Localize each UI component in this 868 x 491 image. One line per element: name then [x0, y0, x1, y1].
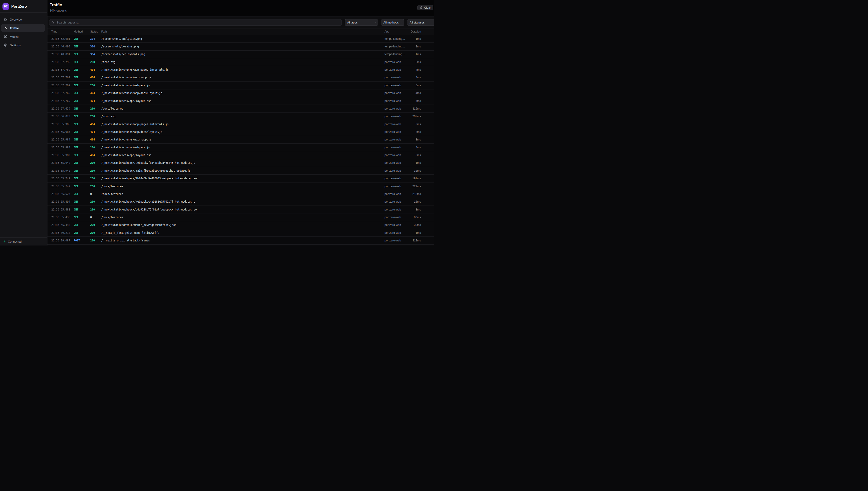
- sidebar-item-mocks[interactable]: Mocks: [1, 33, 45, 40]
- request-path: /icon.svg: [101, 60, 384, 64]
- request-time: 21:33:37.795: [51, 60, 74, 64]
- request-duration: 3ms: [411, 130, 421, 134]
- request-time: 21:33:35.430: [51, 223, 74, 227]
- filter-statuses-select[interactable]: All statuses: [407, 19, 434, 26]
- request-time: 21:33:35.982: [51, 153, 74, 157]
- request-path: /_next/static/chunks/main-app.js: [101, 76, 384, 79]
- request-path: /__nextjs_font/geist-mono-latin.woff2: [101, 231, 384, 234]
- request-app: portzero-web: [384, 84, 411, 87]
- request-path: /_next/static/webpack/webpack.c4a9188e75…: [101, 200, 384, 203]
- request-status: 404: [90, 91, 101, 95]
- request-duration: 30ms: [411, 223, 421, 227]
- filter-apps-select[interactable]: All apps: [345, 19, 378, 26]
- request-row[interactable]: 21:33:09.210 GET 200 /__nextjs_font/geis…: [48, 229, 434, 237]
- request-method: GET: [74, 76, 90, 79]
- request-row[interactable]: 21:33:35.984 GET 404 /_next/static/chunk…: [48, 136, 434, 144]
- request-time: 21:33:09.087: [51, 239, 74, 242]
- request-app: temps-landing…: [384, 37, 411, 40]
- request-row[interactable]: 21:33:35.488 GET 200 /_next/static/webpa…: [48, 206, 434, 213]
- request-path: /_next/static/chunks/app/docs/layout.js: [101, 91, 384, 95]
- request-row[interactable]: 21:33:35.494 GET 200 /_next/static/webpa…: [48, 198, 434, 206]
- request-duration: 3ms: [411, 123, 421, 126]
- sidebar-item-settings[interactable]: Settings: [1, 41, 45, 49]
- request-row[interactable]: 21:33:46.095 GET 304 /screenshots/domain…: [48, 43, 434, 50]
- request-app: portzero-web: [384, 146, 411, 149]
- request-status: 200: [90, 107, 101, 110]
- request-row[interactable]: 21:33:37.769 GET 404 /_next/static/chunk…: [48, 74, 434, 82]
- request-time: 21:33:36.028: [51, 115, 74, 118]
- request-row[interactable]: 21:33:52.081 GET 304 /screenshots/analyt…: [48, 35, 434, 43]
- request-path: /_next/static/chunks/app/docs/layout.js: [101, 130, 384, 134]
- request-time: 21:33:35.942: [51, 161, 74, 165]
- column-header-status: Status: [90, 30, 101, 33]
- request-row[interactable]: 21:33:37.639 GET 200 /docs/features port…: [48, 105, 434, 113]
- request-row[interactable]: 21:33:40.091 GET 304 /screenshots/deploy…: [48, 51, 434, 58]
- app-root: PZ PortZero Overview Traffic Mocks Setti…: [0, 0, 434, 246]
- request-row[interactable]: 21:33:35.982 GET 404 /_next/static/css/a…: [48, 151, 434, 159]
- request-app: portzero-web: [384, 169, 411, 172]
- request-row[interactable]: 21:33:37.769 GET 404 /_next/static/chunk…: [48, 66, 434, 74]
- request-duration: 1ms: [411, 161, 421, 165]
- filter-methods-value: All methods: [383, 21, 399, 24]
- request-duration: 6ms: [411, 84, 421, 87]
- request-duration: 1ms: [411, 53, 421, 56]
- column-header-path: Path: [101, 30, 384, 33]
- request-row[interactable]: 21:33:37.795 GET 200 /icon.svg portzero-…: [48, 58, 434, 66]
- request-row[interactable]: 21:33:37.769 GET 404 /_next/static/css/a…: [48, 97, 434, 105]
- request-status: 304: [90, 45, 101, 48]
- sidebar-item-label: Traffic: [10, 26, 19, 30]
- request-row[interactable]: 21:33:37.769 GET 200 /_next/static/chunk…: [48, 82, 434, 89]
- request-app: portzero-web: [384, 208, 411, 211]
- chevron-up-down-icon: [373, 21, 376, 24]
- request-status: 200: [90, 84, 101, 87]
- request-app: portzero-web: [384, 76, 411, 79]
- request-row[interactable]: 21:33:35.436 GET 0 /docs/features portze…: [48, 213, 434, 221]
- brand-name: PortZero: [11, 4, 27, 8]
- request-row[interactable]: 21:33:35.430 GET 200 /_next/static/devel…: [48, 221, 434, 229]
- request-duration: 4ms: [411, 146, 421, 149]
- request-status: 200: [90, 208, 101, 211]
- request-row[interactable]: 21:33:35.749 GET 200 /_next/static/webpa…: [48, 175, 434, 182]
- page-title: Traffic: [50, 3, 434, 7]
- request-row[interactable]: 21:33:35.942 GET 200 /_next/static/webpa…: [48, 159, 434, 167]
- request-path: /_next/static/chunks/main-app.js: [101, 138, 384, 141]
- request-time: 21:33:37.769: [51, 84, 74, 87]
- request-row[interactable]: 21:33:09.087 POST 200 /__nextjs_original…: [48, 237, 434, 244]
- request-count: 100 requests: [50, 9, 434, 12]
- request-duration: 191ms: [411, 177, 421, 180]
- request-status: 200: [90, 239, 101, 242]
- request-app: portzero-web: [384, 99, 411, 103]
- column-header-duration: Duration: [411, 30, 421, 33]
- request-duration: 112ms: [411, 239, 421, 242]
- request-row[interactable]: 21:33:35.523 GET 0 /docs/features portze…: [48, 190, 434, 198]
- search-input[interactable]: [49, 19, 342, 26]
- request-time: 21:33:35.985: [51, 123, 74, 126]
- request-status: 200: [90, 161, 101, 165]
- request-path: /_next/static/chunks/app-pages-internals…: [101, 68, 384, 71]
- column-header-method: Method: [74, 30, 90, 33]
- filter-apps-value: All apps: [347, 21, 358, 24]
- request-status: 404: [90, 99, 101, 103]
- request-row[interactable]: 21:33:35.985 GET 404 /_next/static/chunk…: [48, 128, 434, 136]
- request-row[interactable]: 21:33:37.769 GET 404 /_next/static/chunk…: [48, 89, 434, 97]
- request-duration: 3ms: [411, 153, 421, 157]
- request-time: 21:33:35.523: [51, 193, 74, 196]
- request-status: 200: [90, 223, 101, 227]
- search-icon: [51, 21, 54, 24]
- request-app: portzero-web: [384, 231, 411, 234]
- request-app: portzero-web: [384, 200, 411, 203]
- filter-methods-select[interactable]: All methods: [381, 19, 404, 26]
- request-row[interactable]: 21:33:35.942 GET 200 /_next/static/webpa…: [48, 167, 434, 175]
- request-duration: 1ms: [411, 231, 421, 234]
- request-duration: 15ms: [411, 200, 421, 203]
- sidebar-item-overview[interactable]: Overview: [1, 16, 45, 23]
- request-status: 200: [90, 60, 101, 64]
- clear-button[interactable]: Clear: [417, 5, 433, 10]
- request-path: /_next/static/webpack/c4a9188e75f01a7f.w…: [101, 208, 384, 211]
- dashboard-icon: [4, 18, 7, 21]
- request-row[interactable]: 21:33:35.985 GET 404 /_next/static/chunk…: [48, 120, 434, 128]
- request-row[interactable]: 21:33:35.749 GET 200 /docs/features port…: [48, 182, 434, 190]
- request-row[interactable]: 21:33:35.984 GET 200 /_next/static/chunk…: [48, 144, 434, 151]
- request-row[interactable]: 21:33:36.028 GET 200 /icon.svg portzero-…: [48, 113, 434, 120]
- sidebar-item-traffic[interactable]: Traffic: [1, 24, 45, 32]
